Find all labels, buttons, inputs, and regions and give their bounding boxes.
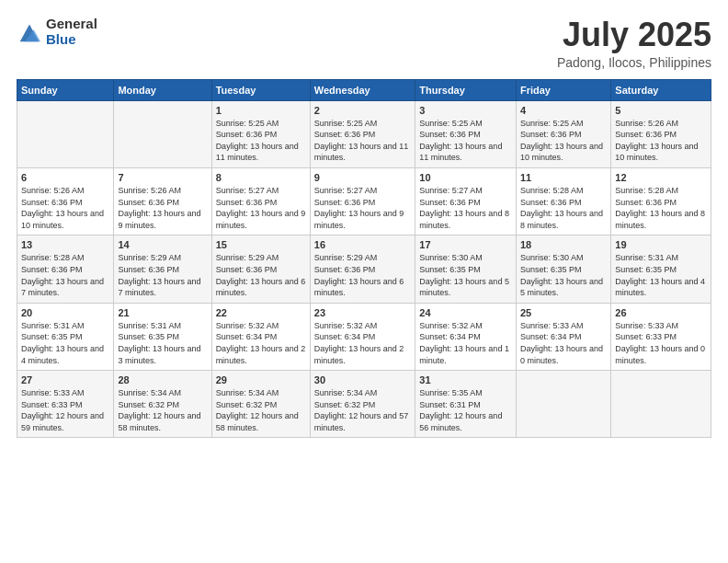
calendar-cell: 9Sunrise: 5:27 AMSunset: 6:36 PMDaylight… (310, 167, 415, 235)
calendar-week-row: 6Sunrise: 5:26 AMSunset: 6:36 PMDaylight… (17, 167, 711, 235)
calendar-cell: 8Sunrise: 5:27 AMSunset: 6:36 PMDaylight… (211, 167, 310, 235)
calendar-cell: 2Sunrise: 5:25 AMSunset: 6:36 PMDaylight… (310, 100, 415, 167)
logo: General Blue (17, 17, 97, 47)
calendar-week-row: 13Sunrise: 5:28 AMSunset: 6:36 PMDayligh… (17, 236, 711, 303)
calendar-cell: 12Sunrise: 5:28 AMSunset: 6:36 PMDayligh… (611, 167, 711, 235)
day-number: 30 (314, 374, 412, 385)
day-number: 13 (21, 239, 109, 250)
day-number: 29 (216, 374, 306, 385)
calendar-cell: 24Sunrise: 5:32 AMSunset: 6:34 PMDayligh… (415, 303, 517, 370)
day-info: Sunrise: 5:26 AMSunset: 6:36 PMDaylight:… (21, 185, 109, 231)
day-number: 18 (520, 239, 607, 250)
day-number: 21 (118, 307, 207, 318)
day-info: Sunrise: 5:25 AMSunset: 6:36 PMDaylight:… (520, 118, 607, 164)
calendar-cell (516, 371, 610, 438)
day-number: 25 (520, 307, 607, 318)
logo-icon (17, 19, 42, 45)
calendar-cell: 22Sunrise: 5:32 AMSunset: 6:34 PMDayligh… (211, 303, 310, 370)
day-info: Sunrise: 5:31 AMSunset: 6:35 PMDaylight:… (21, 320, 109, 366)
calendar-cell: 7Sunrise: 5:26 AMSunset: 6:36 PMDaylight… (114, 167, 211, 235)
calendar-cell (17, 100, 114, 167)
day-info: Sunrise: 5:31 AMSunset: 6:35 PMDaylight:… (615, 252, 707, 298)
day-number: 10 (419, 172, 512, 183)
calendar-cell: 30Sunrise: 5:34 AMSunset: 6:32 PMDayligh… (310, 371, 415, 438)
day-number: 15 (216, 239, 306, 250)
day-info: Sunrise: 5:35 AMSunset: 6:31 PMDaylight:… (419, 387, 512, 433)
calendar-week-row: 20Sunrise: 5:31 AMSunset: 6:35 PMDayligh… (17, 303, 711, 370)
day-number: 17 (419, 239, 512, 250)
calendar-cell: 13Sunrise: 5:28 AMSunset: 6:36 PMDayligh… (17, 236, 114, 303)
day-number: 1 (216, 105, 306, 116)
day-info: Sunrise: 5:25 AMSunset: 6:36 PMDaylight:… (314, 118, 412, 164)
day-number: 12 (615, 172, 707, 183)
month-title: July 2025 (557, 17, 711, 53)
day-number: 20 (21, 307, 109, 318)
calendar-cell: 11Sunrise: 5:28 AMSunset: 6:36 PMDayligh… (516, 167, 610, 235)
day-number: 8 (216, 172, 306, 183)
location-title: Padong, Ilocos, Philippines (557, 55, 711, 70)
weekday-header-friday: Friday (516, 79, 610, 100)
day-info: Sunrise: 5:25 AMSunset: 6:36 PMDaylight:… (419, 118, 512, 164)
day-number: 6 (21, 172, 109, 183)
weekday-header-thursday: Thursday (415, 79, 517, 100)
day-info: Sunrise: 5:28 AMSunset: 6:36 PMDaylight:… (520, 185, 607, 231)
logo-blue: Blue (46, 32, 97, 48)
calendar-cell: 26Sunrise: 5:33 AMSunset: 6:33 PMDayligh… (611, 303, 711, 370)
day-info: Sunrise: 5:34 AMSunset: 6:32 PMDaylight:… (314, 387, 412, 433)
day-info: Sunrise: 5:32 AMSunset: 6:34 PMDaylight:… (419, 320, 512, 366)
day-info: Sunrise: 5:34 AMSunset: 6:32 PMDaylight:… (216, 387, 306, 433)
day-info: Sunrise: 5:32 AMSunset: 6:34 PMDaylight:… (314, 320, 412, 366)
weekday-header-wednesday: Wednesday (310, 79, 415, 100)
day-info: Sunrise: 5:26 AMSunset: 6:36 PMDaylight:… (118, 185, 207, 231)
calendar-cell: 23Sunrise: 5:32 AMSunset: 6:34 PMDayligh… (310, 303, 415, 370)
day-number: 23 (314, 307, 412, 318)
day-info: Sunrise: 5:29 AMSunset: 6:36 PMDaylight:… (216, 252, 306, 298)
day-number: 5 (615, 105, 707, 116)
calendar-cell: 31Sunrise: 5:35 AMSunset: 6:31 PMDayligh… (415, 371, 517, 438)
day-info: Sunrise: 5:29 AMSunset: 6:36 PMDaylight:… (314, 252, 412, 298)
day-number: 3 (419, 105, 512, 116)
day-number: 2 (314, 105, 412, 116)
day-info: Sunrise: 5:25 AMSunset: 6:36 PMDaylight:… (216, 118, 306, 164)
day-info: Sunrise: 5:29 AMSunset: 6:36 PMDaylight:… (118, 252, 207, 298)
day-info: Sunrise: 5:27 AMSunset: 6:36 PMDaylight:… (216, 185, 306, 231)
calendar-cell: 25Sunrise: 5:33 AMSunset: 6:34 PMDayligh… (516, 303, 610, 370)
weekday-header-saturday: Saturday (611, 79, 711, 100)
calendar-cell: 18Sunrise: 5:30 AMSunset: 6:35 PMDayligh… (516, 236, 610, 303)
day-info: Sunrise: 5:32 AMSunset: 6:34 PMDaylight:… (216, 320, 306, 366)
logo-general: General (46, 17, 97, 32)
calendar-week-row: 27Sunrise: 5:33 AMSunset: 6:33 PMDayligh… (17, 371, 711, 438)
calendar-cell (114, 100, 211, 167)
day-info: Sunrise: 5:33 AMSunset: 6:34 PMDaylight:… (520, 320, 607, 366)
day-number: 28 (118, 374, 207, 385)
header: General Blue July 2025 Padong, Ilocos, P… (17, 17, 711, 70)
day-info: Sunrise: 5:26 AMSunset: 6:36 PMDaylight:… (615, 118, 707, 164)
day-info: Sunrise: 5:30 AMSunset: 6:35 PMDaylight:… (419, 252, 512, 298)
day-number: 19 (615, 239, 707, 250)
day-info: Sunrise: 5:33 AMSunset: 6:33 PMDaylight:… (615, 320, 707, 366)
day-number: 14 (118, 239, 207, 250)
calendar-page: General Blue July 2025 Padong, Ilocos, P… (0, 0, 728, 563)
day-number: 24 (419, 307, 512, 318)
calendar-cell: 10Sunrise: 5:27 AMSunset: 6:36 PMDayligh… (415, 167, 517, 235)
calendar-cell: 15Sunrise: 5:29 AMSunset: 6:36 PMDayligh… (211, 236, 310, 303)
calendar-table: SundayMondayTuesdayWednesdayThursdayFrid… (17, 79, 711, 439)
day-number: 7 (118, 172, 207, 183)
calendar-cell: 3Sunrise: 5:25 AMSunset: 6:36 PMDaylight… (415, 100, 517, 167)
calendar-cell: 5Sunrise: 5:26 AMSunset: 6:36 PMDaylight… (611, 100, 711, 167)
calendar-cell: 1Sunrise: 5:25 AMSunset: 6:36 PMDaylight… (211, 100, 310, 167)
calendar-week-row: 1Sunrise: 5:25 AMSunset: 6:36 PMDaylight… (17, 100, 711, 167)
day-number: 27 (21, 374, 109, 385)
weekday-header-tuesday: Tuesday (211, 79, 310, 100)
title-block: July 2025 Padong, Ilocos, Philippines (557, 17, 711, 70)
calendar-cell: 14Sunrise: 5:29 AMSunset: 6:36 PMDayligh… (114, 236, 211, 303)
day-info: Sunrise: 5:34 AMSunset: 6:32 PMDaylight:… (118, 387, 207, 433)
calendar-cell: 27Sunrise: 5:33 AMSunset: 6:33 PMDayligh… (17, 371, 114, 438)
day-number: 22 (216, 307, 306, 318)
day-info: Sunrise: 5:33 AMSunset: 6:33 PMDaylight:… (21, 387, 109, 433)
day-info: Sunrise: 5:28 AMSunset: 6:36 PMDaylight:… (21, 252, 109, 298)
calendar-cell: 6Sunrise: 5:26 AMSunset: 6:36 PMDaylight… (17, 167, 114, 235)
calendar-cell: 4Sunrise: 5:25 AMSunset: 6:36 PMDaylight… (516, 100, 610, 167)
calendar-cell: 28Sunrise: 5:34 AMSunset: 6:32 PMDayligh… (114, 371, 211, 438)
calendar-cell: 29Sunrise: 5:34 AMSunset: 6:32 PMDayligh… (211, 371, 310, 438)
